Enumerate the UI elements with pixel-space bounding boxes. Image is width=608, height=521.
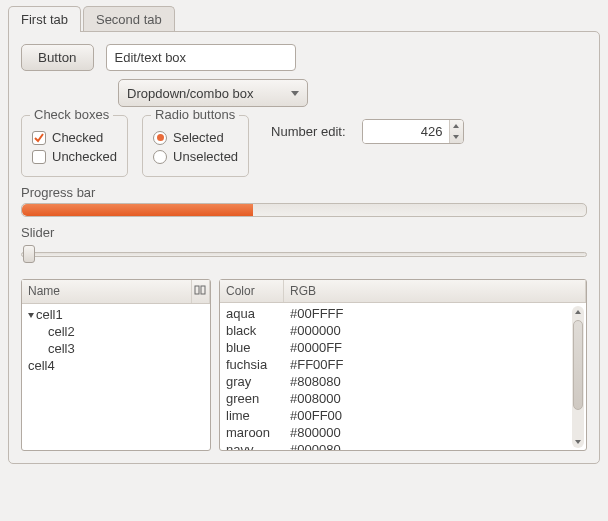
slider-section: Slider xyxy=(21,225,587,265)
cell-rgb: #FF00FF xyxy=(290,357,580,372)
checkbox-group: Check boxes Checked Unchecked xyxy=(21,115,128,177)
scroll-down-button[interactable] xyxy=(572,436,584,448)
slider-label: Slider xyxy=(21,225,587,240)
table-row[interactable]: maroon#800000 xyxy=(224,424,582,441)
tab-panel: Button Dropdown/combo box Check boxes Ch… xyxy=(8,31,600,464)
radio-label: Selected xyxy=(173,130,224,145)
radio-label: Unselected xyxy=(173,149,238,164)
tree-header-name[interactable]: Name xyxy=(22,280,192,303)
cell-rgb: #808080 xyxy=(290,374,580,389)
number-spin xyxy=(362,119,464,144)
table-row[interactable]: green#008000 xyxy=(224,390,582,407)
cell-color: black xyxy=(226,323,290,338)
table-row[interactable]: aqua#00FFFF xyxy=(224,305,582,322)
tree-body[interactable]: cell1 cell2 cell3 cell4 xyxy=(22,304,210,450)
tab-second[interactable]: Second tab xyxy=(83,6,175,32)
cell-rgb: #0000FF xyxy=(290,340,580,355)
table-row[interactable]: lime#00FF00 xyxy=(224,407,582,424)
progress-section: Progress bar xyxy=(21,185,587,217)
cell-color: lime xyxy=(226,408,290,423)
slider[interactable] xyxy=(21,243,587,265)
checkbox-unchecked-row[interactable]: Unchecked xyxy=(32,149,117,164)
checkbox-icon xyxy=(32,150,46,164)
button[interactable]: Button xyxy=(21,44,94,71)
cell-rgb: #000000 xyxy=(290,323,580,338)
dropdown-combo[interactable]: Dropdown/combo box xyxy=(118,79,308,107)
tab-bar: First tab Second tab xyxy=(8,6,600,32)
table-row[interactable]: black#000000 xyxy=(224,322,582,339)
table-row[interactable]: fuchsia#FF00FF xyxy=(224,356,582,373)
spin-down-button[interactable] xyxy=(450,132,463,144)
radio-unselected-row[interactable]: Unselected xyxy=(153,149,238,164)
slider-thumb[interactable] xyxy=(23,245,35,263)
spin-up-button[interactable] xyxy=(450,120,463,132)
arrow-up-icon xyxy=(575,310,581,314)
vertical-scrollbar[interactable] xyxy=(572,306,584,448)
radio-group: Radio buttons Selected Unselected xyxy=(142,115,249,177)
progress-label: Progress bar xyxy=(21,185,587,200)
radio-icon xyxy=(153,131,167,145)
checkbox-label: Checked xyxy=(52,130,103,145)
arrow-down-icon xyxy=(453,135,459,139)
cell-rgb: #000080 xyxy=(290,442,580,450)
tab-first[interactable]: First tab xyxy=(8,6,81,32)
cell-rgb: #800000 xyxy=(290,425,580,440)
progress-fill xyxy=(22,204,253,216)
chevron-down-icon xyxy=(291,91,299,96)
checkbox-label: Unchecked xyxy=(52,149,117,164)
tree-item-label: cell2 xyxy=(48,324,75,339)
cell-color: navy xyxy=(226,442,290,450)
tree-item-label: cell1 xyxy=(36,307,63,322)
cell-color: gray xyxy=(226,374,290,389)
table-header-rgb[interactable]: RGB xyxy=(284,280,586,302)
table-row[interactable]: gray#808080 xyxy=(224,373,582,390)
table-row[interactable]: navy#000080 xyxy=(224,441,582,450)
window: First tab Second tab Button Dropdown/com… xyxy=(0,0,608,472)
progress-bar xyxy=(21,203,587,217)
tree-item-label: cell3 xyxy=(48,341,75,356)
svg-rect-1 xyxy=(201,286,205,294)
svg-rect-0 xyxy=(195,286,199,294)
cell-rgb: #00FF00 xyxy=(290,408,580,423)
scroll-thumb[interactable] xyxy=(573,320,583,410)
tree-item[interactable]: cell3 xyxy=(26,340,206,357)
radio-icon xyxy=(153,150,167,164)
cell-color: aqua xyxy=(226,306,290,321)
cell-color: green xyxy=(226,391,290,406)
number-edit-label: Number edit: xyxy=(271,124,345,139)
cell-color: blue xyxy=(226,340,290,355)
table-header-color[interactable]: Color xyxy=(220,280,284,302)
scroll-up-button[interactable] xyxy=(572,306,584,318)
table-body[interactable]: aqua#00FFFF black#000000 blue#0000FF fuc… xyxy=(220,303,586,450)
edit-text-box[interactable] xyxy=(106,44,296,71)
dropdown-value: Dropdown/combo box xyxy=(127,86,253,101)
checkbox-checked-row[interactable]: Checked xyxy=(32,130,117,145)
columns-icon xyxy=(194,284,206,296)
table-row[interactable]: blue#0000FF xyxy=(224,339,582,356)
tree-header-config[interactable] xyxy=(192,280,210,303)
tree-item-label: cell4 xyxy=(28,358,55,373)
expand-icon[interactable] xyxy=(28,313,34,318)
cell-color: fuchsia xyxy=(226,357,290,372)
slider-rail xyxy=(21,252,587,257)
arrow-up-icon xyxy=(453,124,459,128)
arrow-down-icon xyxy=(575,440,581,444)
table-view: Color RGB aqua#00FFFF black#000000 blue#… xyxy=(219,279,587,451)
cell-rgb: #008000 xyxy=(290,391,580,406)
number-edit-area: Number edit: xyxy=(271,119,463,144)
checkbox-icon xyxy=(32,131,46,145)
tree-view: Name cell1 cell2 cell3 cell4 xyxy=(21,279,211,451)
tree-item[interactable]: cell4 xyxy=(26,357,206,374)
checkbox-group-title: Check boxes xyxy=(30,107,113,122)
tree-item[interactable]: cell1 xyxy=(26,306,206,323)
tree-item[interactable]: cell2 xyxy=(26,323,206,340)
cell-rgb: #00FFFF xyxy=(290,306,580,321)
cell-color: maroon xyxy=(226,425,290,440)
radio-group-title: Radio buttons xyxy=(151,107,239,122)
radio-selected-row[interactable]: Selected xyxy=(153,130,238,145)
number-input[interactable] xyxy=(363,120,449,143)
